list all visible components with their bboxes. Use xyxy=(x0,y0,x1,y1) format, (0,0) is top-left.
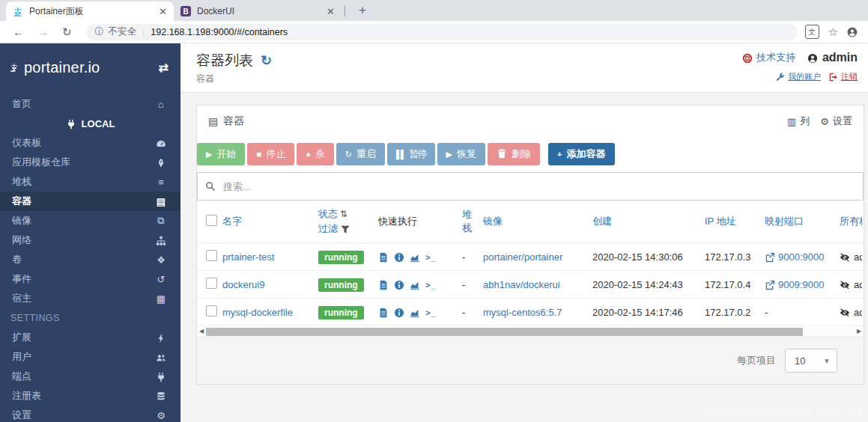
back-icon[interactable]: ← xyxy=(13,26,24,37)
sidebar-item-extensions[interactable]: 扩展 xyxy=(0,328,180,347)
tab-close-icon[interactable]: ✕ xyxy=(159,6,167,17)
sidebar-item-volumes[interactable]: 卷❖ xyxy=(0,250,180,269)
stats-icon[interactable] xyxy=(410,307,420,319)
console-icon[interactable]: >_ xyxy=(425,281,437,290)
sort-ip-header[interactable]: IP 地址 xyxy=(705,215,736,227)
sort-icon[interactable]: ⇅ xyxy=(340,209,347,219)
logout-link[interactable]: 注销 xyxy=(828,71,858,82)
sidebar-item-events[interactable]: 事件↺ xyxy=(0,269,180,289)
user-menu[interactable]: admin xyxy=(807,51,858,64)
sidebar-item-home[interactable]: 首页⌂ xyxy=(0,94,180,114)
bookmark-star-icon[interactable]: ☆ xyxy=(828,25,838,39)
sidebar-item-containers[interactable]: 容器▤ xyxy=(0,192,180,211)
horizontal-scrollbar[interactable]: ◀ ▶ xyxy=(197,325,864,337)
image-link[interactable]: mysql-centos6:5.7 xyxy=(483,307,562,318)
address-bar[interactable]: ⓘ 不安全 | 192.168.1.198:9000/#/containers xyxy=(86,24,798,40)
quick-actions-header: 快速执行 xyxy=(375,201,459,243)
sidebar-item-images[interactable]: 镜像⧉ xyxy=(0,211,180,230)
cogs-icon: ⚙ xyxy=(154,410,169,421)
info-icon[interactable]: ⓘ xyxy=(95,25,104,38)
refresh-icon[interactable]: ↻ xyxy=(261,52,272,69)
wrench-icon xyxy=(775,71,786,82)
search-icon xyxy=(205,181,216,192)
sidebar-item-registries[interactable]: 注册表 xyxy=(0,386,180,406)
support-link[interactable]: 技术支持 xyxy=(742,51,795,64)
console-icon[interactable]: >_ xyxy=(425,253,437,262)
inspect-icon[interactable] xyxy=(394,307,404,319)
row-checkbox[interactable] xyxy=(206,278,217,289)
sidebar-item-dashboard[interactable]: 仪表板 xyxy=(0,133,180,153)
console-icon[interactable]: >_ xyxy=(425,308,437,317)
sort-ownership-header[interactable]: 所有权 xyxy=(840,215,862,227)
bomb-icon: ● xyxy=(306,150,311,159)
sort-created-header[interactable]: 创建 xyxy=(592,215,612,227)
sidebar-item-stacks[interactable]: 堆栈≡ xyxy=(0,172,180,192)
browser-tab-portainer[interactable]: Portainer面板 ✕ xyxy=(6,1,174,21)
toolbar-button-stop[interactable]: ■停止 xyxy=(247,143,294,165)
sort-stack-header[interactable]: 堆栈 xyxy=(462,209,472,233)
forward-icon[interactable]: → xyxy=(37,26,49,37)
sort-name-header[interactable]: 名字 xyxy=(222,215,242,227)
table-settings-button[interactable]: ⚙ 设置 xyxy=(820,114,852,128)
toolbar-button-add-container[interactable]: +添加容器 xyxy=(548,143,614,165)
scroll-left-arrow[interactable]: ◀ xyxy=(197,328,206,334)
logs-icon[interactable] xyxy=(378,307,389,319)
image-link[interactable]: portainer/portainer xyxy=(483,251,562,263)
toolbar-button-restart[interactable]: ↻重启 xyxy=(336,143,385,165)
sidebar-item-app-templates[interactable]: 应用模板仓库 xyxy=(0,153,180,172)
page-size-select[interactable]: 10 ▼ xyxy=(785,349,837,373)
published-port-link[interactable]: 9009:9000 xyxy=(765,279,824,291)
container-name-link[interactable]: mysql-dockerfile xyxy=(222,307,293,318)
browser-tab-strip: Portainer面板 ✕ B DockerUI ✕ + xyxy=(0,0,868,21)
profile-avatar-icon[interactable] xyxy=(847,25,858,39)
row-checkbox[interactable] xyxy=(206,305,217,316)
stats-icon[interactable] xyxy=(410,251,420,263)
container-name-link[interactable]: prtainer-test xyxy=(222,251,274,263)
reload-icon[interactable]: ↻ xyxy=(62,26,72,37)
sidebar-item-networks[interactable]: 网络 xyxy=(0,230,180,250)
inspect-icon[interactable] xyxy=(394,251,404,263)
search-input[interactable] xyxy=(222,180,855,193)
select-all-checkbox[interactable] xyxy=(206,215,217,226)
stats-icon[interactable] xyxy=(410,279,420,291)
scrollbar-thumb[interactable] xyxy=(206,328,803,336)
new-tab-button[interactable]: + xyxy=(354,2,371,19)
sort-ports-header[interactable]: 映射端口 xyxy=(765,215,804,227)
toolbar-button-remove[interactable]: 删除 xyxy=(488,143,540,165)
gear-icon: ⚙ xyxy=(820,116,829,127)
browser-toolbar: ← → ↻ ⓘ 不安全 | 192.168.1.198:9000/#/conta… xyxy=(0,21,868,43)
filter-state-header[interactable]: 过滤 xyxy=(318,223,338,234)
browser-tab-dockerui[interactable]: B DockerUI ✕ xyxy=(174,1,342,21)
toolbar-button-resume[interactable]: ▶恢复 xyxy=(437,143,485,165)
sidebar-item-label: 堆栈 xyxy=(12,175,154,189)
sidebar-collapse-icon[interactable]: ⇄ xyxy=(159,61,169,75)
logs-icon[interactable] xyxy=(378,251,389,263)
sort-state-header[interactable]: 状态 xyxy=(318,208,338,219)
sort-image-header[interactable]: 镜像 xyxy=(483,215,503,227)
my-account-link[interactable]: 我的账户 xyxy=(775,71,821,82)
sidebar-item-host[interactable]: 宿主▦ xyxy=(0,289,180,308)
published-port-link[interactable]: 9000:9000 xyxy=(765,251,824,263)
translate-icon[interactable]: 文 xyxy=(805,25,819,39)
inspect-icon[interactable] xyxy=(394,279,404,291)
columns-button[interactable]: ▥ 列 xyxy=(787,114,810,128)
scroll-right-arrow[interactable]: ▶ xyxy=(855,328,864,334)
sidebar-item-users[interactable]: 用户 xyxy=(0,347,180,367)
columns-icon: ▥ xyxy=(787,116,796,127)
container-name-link[interactable]: dockerui9 xyxy=(222,279,264,290)
toolbar-button-kill[interactable]: ●杀 xyxy=(297,143,334,165)
container-row: mysql-dockerfilerunning>_-mysql-centos6:… xyxy=(197,299,862,326)
row-checkbox[interactable] xyxy=(206,250,217,261)
scrollbar-track[interactable] xyxy=(206,328,855,336)
sidebar-item-settings[interactable]: 设置⚙ xyxy=(0,406,180,422)
ownership-cell: ad xyxy=(854,279,862,290)
image-link[interactable]: abh1nav/dockerui xyxy=(483,279,560,290)
tab-close-icon[interactable]: ✕ xyxy=(327,6,335,17)
sidebar-item-endpoints[interactable]: 端点 xyxy=(0,367,180,386)
logs-icon[interactable] xyxy=(378,279,389,291)
user-circle-icon xyxy=(807,51,818,64)
widget-footer: 每页项目 10 ▼ xyxy=(197,337,864,384)
toolbar-button-pause[interactable]: ▌▌暂停 xyxy=(387,143,435,165)
toolbar-button-start[interactable]: ▶开始 xyxy=(197,143,245,165)
filter-icon[interactable] xyxy=(340,223,350,234)
